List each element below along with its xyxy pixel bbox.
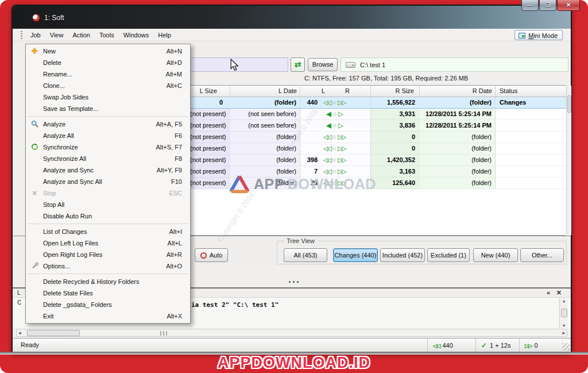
table-row[interactable]: (not present)(not seen before)◀○▷3,83612… bbox=[190, 120, 566, 132]
toolbar-gripper[interactable] bbox=[21, 31, 22, 39]
swap-direction-button[interactable]: ⇄ bbox=[291, 57, 305, 72]
menu-item-rename[interactable]: Rename...Alt+M bbox=[26, 68, 190, 80]
horizontal-scrollbar[interactable]: ◂ ▸ bbox=[16, 329, 567, 337]
grid-scroll-thumb[interactable] bbox=[567, 95, 571, 113]
menu-item-options[interactable]: Options...Alt+O bbox=[26, 260, 190, 272]
menubar-item-help[interactable]: Help bbox=[153, 30, 176, 40]
menu-item-delete-gsdata-folders[interactable]: Delete _gsdata_ Folders bbox=[26, 299, 190, 310]
table-row[interactable]: 0(folder)440◁◁○▷▷1,556,922(folder)Change… bbox=[190, 97, 566, 109]
menu-item-synchronize-all[interactable]: Synchronize AllF8 bbox=[26, 153, 190, 164]
log-collapse-icon[interactable]: « bbox=[547, 289, 550, 296]
column-header-l[interactable]: L bbox=[318, 86, 329, 97]
log-command-line: ia test 2" "C:\ test 1" bbox=[191, 301, 278, 309]
cell-r-date: (folder) bbox=[420, 166, 496, 178]
stop-icon: ✕ bbox=[32, 190, 37, 197]
menu-item-label: Delete State Files bbox=[43, 290, 182, 297]
menu-item-stop[interactable]: ✕StopESC bbox=[26, 187, 190, 199]
cell-l-size: 0 bbox=[190, 97, 230, 109]
column-header-l-date[interactable]: L Date bbox=[230, 86, 300, 97]
cell-r-size: 0 bbox=[371, 132, 420, 143]
auto-button[interactable]: Auto bbox=[195, 248, 228, 262]
menubar-item-windows[interactable]: Windows bbox=[119, 30, 154, 40]
menu-item-open-right-log-files[interactable]: Open Right Log FilesAlt+R bbox=[26, 249, 190, 260]
menu-item-disable-auto-run[interactable]: Disable Auto Run bbox=[26, 210, 190, 222]
cell-sync-direction[interactable]: 440◁◁○▷▷ bbox=[300, 97, 371, 109]
column-header-status[interactable]: Status bbox=[496, 86, 566, 97]
menu-item-analyze-and-sync-all[interactable]: Analyze and Sync AllF10 bbox=[26, 176, 190, 187]
mini-mode-button[interactable]: Mini Mode bbox=[514, 30, 563, 40]
swap-arrows-icon: ⇄ bbox=[295, 60, 301, 69]
title-group: 1: Soft bbox=[32, 14, 64, 22]
menubar-item-view[interactable]: View bbox=[45, 30, 68, 40]
status-bar: Ready ◁◁ 440 ✓ 1 + 12s ▷▷ 0 bbox=[13, 338, 571, 352]
menu-item-label: Delete Recycled & History Folders bbox=[43, 278, 182, 285]
menu-item-synchronize[interactable]: SynchronizeAlt+S, F7 bbox=[26, 141, 190, 153]
table-row[interactable]: (not present)(folder)◁◁○▷▷0(folder) bbox=[190, 132, 566, 143]
menu-item-shortcut: Alt+D bbox=[167, 59, 190, 66]
browse-button[interactable]: Browse bbox=[308, 58, 338, 71]
menu-item-delete-state-files[interactable]: Delete State Files bbox=[26, 287, 190, 299]
close-button[interactable]: ✕ bbox=[557, 0, 580, 11]
filter-button-other[interactable]: Other... bbox=[520, 248, 564, 262]
cell-sync-direction[interactable]: 398◁◁○▷▷ bbox=[300, 155, 371, 166]
menu-item-open-left-log-files[interactable]: Open Left Log FilesAlt+L bbox=[26, 237, 190, 249]
menu-item-analyze-and-sync[interactable]: Analyze and SyncAlt+Y, F9 bbox=[26, 164, 190, 176]
filter-button-changes-440[interactable]: Changes (440) bbox=[333, 248, 378, 262]
grid-vertical-scrollbar[interactable] bbox=[566, 86, 571, 235]
menu-item-list-of-changes[interactable]: List of ChangesAlt+I bbox=[26, 226, 190, 237]
log-vertical-scrollbar[interactable]: ▲ ▼ bbox=[559, 298, 568, 328]
menu-item-new[interactable]: ✚NewAlt+N bbox=[26, 45, 190, 57]
menu-item-delete-recycled-history-folders[interactable]: Delete Recycled & History Folders bbox=[26, 276, 190, 287]
scroll-left-icon[interactable]: ◂ bbox=[18, 329, 21, 337]
maximize-button[interactable]: ❐ bbox=[539, 0, 556, 11]
tree-view-label: Tree View bbox=[284, 237, 317, 244]
column-header-l-size[interactable]: L Size bbox=[190, 86, 230, 97]
cell-sync-direction[interactable]: ◁◁○▷▷ bbox=[300, 132, 371, 143]
minimize-button[interactable]: — bbox=[521, 0, 539, 11]
log-scroll-thumb[interactable] bbox=[561, 309, 567, 317]
menu-separator bbox=[28, 116, 188, 117]
menu-item-analyze[interactable]: AnalyzeAlt+A, F5 bbox=[26, 118, 190, 130]
menubar-item-job[interactable]: Job bbox=[26, 30, 45, 40]
cell-l-size: (not present) bbox=[190, 120, 230, 132]
column-header-r-date[interactable]: R Date bbox=[420, 86, 496, 97]
menubar-item-tools[interactable]: Tools bbox=[95, 30, 119, 40]
menu-item-clone[interactable]: Clone...Alt+C bbox=[26, 80, 190, 91]
scroll-down-icon[interactable]: ▼ bbox=[560, 323, 568, 328]
mini-mode-label: Mini Mode bbox=[528, 32, 558, 39]
filter-button-new-440[interactable]: New (440) bbox=[473, 248, 518, 262]
menu-item-exit[interactable]: ExitAlt+X bbox=[26, 310, 190, 322]
resize-grip[interactable] bbox=[562, 343, 570, 351]
table-row[interactable]: (not present)(folder)◁◁○▷▷0(folder) bbox=[190, 143, 566, 155]
table-row[interactable]: (not present)(not seen before)◀○▷3,93112… bbox=[190, 109, 566, 120]
right-folder-field[interactable]: C:\ test 1 bbox=[341, 57, 568, 72]
menubar-item-action[interactable]: Action bbox=[68, 30, 95, 40]
splitter-handle[interactable] bbox=[289, 281, 299, 283]
filter-button-excluded-1[interactable]: Excluded (1) bbox=[427, 248, 470, 262]
scroll-up-icon[interactable]: ▲ bbox=[560, 298, 568, 303]
log-close-icon[interactable]: ✕ bbox=[556, 289, 562, 297]
double-left-arrow-icon: ◁◁ bbox=[323, 156, 331, 163]
menu-item-swap-job-sides[interactable]: Swap Job Sides bbox=[26, 91, 190, 103]
grid-header: L SizeL DateLRR SizeR DateStatus bbox=[190, 86, 566, 97]
double-right-arrow-icon: ▷▷ bbox=[338, 145, 345, 152]
title-bar[interactable]: 1: Soft bbox=[13, 6, 571, 29]
status-right-count: 0 bbox=[534, 339, 537, 352]
filter-button-included-452[interactable]: Included (452) bbox=[380, 248, 425, 262]
circle-icon: ○ bbox=[331, 145, 338, 152]
scroll-right-icon[interactable]: ▸ bbox=[562, 329, 565, 337]
menu-item-analyze-all[interactable]: Analyze AllF6 bbox=[26, 130, 190, 141]
menu-item-shortcut: Alt+S, F7 bbox=[156, 144, 190, 151]
menu-item-label: Save as Template... bbox=[43, 105, 182, 112]
menu-item-stop-all[interactable]: Stop All bbox=[26, 199, 190, 210]
column-header-l-r[interactable]: LR bbox=[300, 86, 371, 97]
table-row[interactable]: (not present)(folder)398◁◁○▷▷1,420,352(f… bbox=[190, 155, 566, 166]
filter-button-all-453[interactable]: All (453) bbox=[284, 248, 327, 262]
horizontal-scroll-thumb[interactable] bbox=[27, 330, 80, 336]
scrollbar-grip[interactable] bbox=[160, 331, 168, 336]
cell-sync-direction[interactable]: ◁◁○▷▷ bbox=[300, 143, 371, 155]
menu-item-save-as-template[interactable]: Save as Template... bbox=[26, 103, 190, 114]
column-header-r[interactable]: R bbox=[342, 86, 353, 97]
column-header-r-size[interactable]: R Size bbox=[371, 86, 420, 97]
menu-item-delete[interactable]: DeleteAlt+D bbox=[26, 57, 190, 68]
